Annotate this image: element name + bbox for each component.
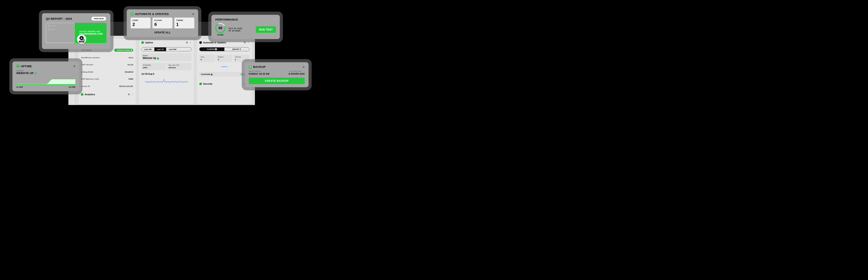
core-value: 0 xyxy=(200,58,214,61)
uptime-title: Uptime xyxy=(145,41,153,44)
core-label: Core xyxy=(200,56,214,58)
uptime-status-value: WEBSITE UP xyxy=(17,72,34,75)
wp-version-label: WordPress Version xyxy=(81,56,100,59)
info-icon[interactable]: ? xyxy=(211,74,213,76)
up-arrow-icon: ↑ xyxy=(116,49,116,51)
resp-time-label: Avg. resp. time xyxy=(168,64,190,66)
gear-icon[interactable]: ⚙ xyxy=(274,18,276,21)
analytics-icon xyxy=(81,93,84,96)
uptime-icon xyxy=(141,41,144,44)
performance-card: PERFORMANCE ⚙ 89 SCORE OCT 20, 2024 AT 1… xyxy=(211,15,280,39)
security-title: Security xyxy=(203,83,212,85)
report-title: Q2 REPORT - 2024 xyxy=(46,17,72,20)
availability-value: 100% xyxy=(143,66,164,69)
axis-start: 15 SEP xyxy=(17,86,23,88)
themes-label: Themes xyxy=(235,56,248,58)
uptime-range-tabs[interactable]: Last 24h Last 7d Last 30d xyxy=(141,47,191,51)
update-all-button[interactable]: UPDATE ALL xyxy=(131,30,194,34)
backup-title: BACKUP xyxy=(253,65,266,69)
tab-last-24h[interactable]: Last 24h xyxy=(142,48,154,51)
uptime-panel: Uptime ⚙ ⋮ Last 24h Last 7d Last 30d Sta… xyxy=(139,39,194,104)
site-health-value: Website Healthy xyxy=(117,49,130,51)
site-health-pill[interactable]: ↑ Website Healthy › xyxy=(114,49,133,52)
wp-version-value: 6.6.1 xyxy=(129,56,133,59)
font-icon[interactable]: A xyxy=(48,28,49,31)
core-count-label: CORE xyxy=(132,19,149,21)
perf-date: OCT 20, 2024 xyxy=(228,27,242,30)
font-label: FONT xyxy=(50,28,55,30)
plus-icon[interactable]: + xyxy=(83,39,85,41)
axis-end: 15 FEB xyxy=(69,86,75,88)
chevron-right-icon: › xyxy=(131,49,132,51)
debug-mode-label: Debug Mode xyxy=(81,71,93,73)
perf-time: AT 12:15am xyxy=(228,29,242,32)
tab-last-30d[interactable]: Last 30d xyxy=(166,48,179,51)
server-ip-label: Server IP xyxy=(81,85,90,87)
ignored-count: 0 xyxy=(239,48,242,50)
uptime-range: Jul 30-Aug 6 xyxy=(141,73,191,75)
php-version-label: PHP Version xyxy=(81,63,93,66)
gear-icon[interactable]: ⚙ xyxy=(303,65,305,68)
uptime-icon xyxy=(17,65,20,68)
updates-filter-tabs[interactable]: Available4 Ignored0 xyxy=(199,47,250,51)
uptime-card-title: UPTIME xyxy=(21,64,32,68)
hex-value: #FFFFF xyxy=(51,25,57,27)
up-arrow-icon: ↑ xyxy=(157,57,159,59)
last-backup-label: LAST BACKUP xyxy=(289,71,305,73)
score-value: 89 xyxy=(218,26,222,30)
uptime-sparkline xyxy=(141,77,191,86)
security-icon xyxy=(199,83,202,85)
uptime-status-label: Status xyxy=(143,55,190,57)
score-ring: 89 xyxy=(214,22,227,34)
kebab-icon[interactable]: ⋮ xyxy=(131,93,134,95)
theme-count-value: 1 xyxy=(176,22,192,27)
report-card: Q2 REPORT - 2024 PREVIEW #FFFFF A FONT A… xyxy=(42,13,111,49)
gear-icon[interactable]: ⚙ xyxy=(192,13,194,15)
gear-icon[interactable]: ⚙ xyxy=(186,41,188,44)
brand-settings-box[interactable]: #FFFFF A FONT xyxy=(46,23,74,43)
analytics-title: Analytics xyxy=(85,93,95,96)
automate-icon xyxy=(131,12,134,16)
tab-last-7d[interactable]: Last 7d xyxy=(154,48,166,51)
automate-row-label: Automate xyxy=(201,73,210,75)
mem-limit-label: PHP Memory Limit xyxy=(81,78,99,80)
preview-button[interactable]: PREVIEW xyxy=(91,17,106,21)
available-count: 4 xyxy=(215,48,217,50)
uptime-card: UPTIME ⚙ STATUS WEBSITE UP ↑ 15 SEP 15 F… xyxy=(12,61,80,91)
uptime-status-value: Website Up ↑ xyxy=(143,57,190,59)
plugins-value: 3 xyxy=(218,58,231,61)
plugin-count-label: PLUGIN xyxy=(154,19,170,21)
plugin-count-value: 6 xyxy=(154,22,170,27)
perf-timestamp: OCT 20, 2024 AT 12:15am xyxy=(228,27,242,32)
automate-card-title: AUTOMATE & UPDATES xyxy=(135,12,169,16)
performance-title: PERFORMANCE xyxy=(215,18,238,21)
report-banner-sub: ACTIVITY REPORT FOR xyxy=(79,30,105,33)
gear-icon[interactable]: ⚙ xyxy=(128,93,130,95)
uptime-chart xyxy=(17,76,75,85)
score-label: SCORE xyxy=(215,34,225,36)
automate-icon xyxy=(199,41,202,44)
server-ip-value: 35.212.110.197 xyxy=(119,85,133,87)
core-count-box[interactable]: CORE 2 xyxy=(131,18,151,28)
plugins-label: Plugins xyxy=(218,56,231,58)
resp-time-value: 160.5ms xyxy=(168,66,190,69)
gear-icon[interactable]: ⚙ xyxy=(73,65,75,67)
color-swatch-icon[interactable] xyxy=(48,25,50,27)
theme-count-label: THEME xyxy=(176,19,192,21)
backup-icon xyxy=(249,65,252,68)
tab-available[interactable]: Available4 xyxy=(199,48,224,51)
core-count-value: 2 xyxy=(132,22,149,27)
create-backup-button[interactable]: CREATE BACKUP xyxy=(249,78,305,84)
theme-count-box[interactable]: THEME 1 xyxy=(174,18,194,28)
plugin-count-box[interactable]: PLUGIN 6 xyxy=(152,18,172,28)
availability-label: Availability xyxy=(143,64,164,66)
up-arrow-icon: ↑ xyxy=(35,72,37,74)
kebab-icon[interactable]: ⋮ xyxy=(189,41,192,44)
uptime-status-label: STATUS xyxy=(17,70,75,72)
logo-uploader[interactable]: ☯ + LOGO xyxy=(77,34,86,44)
last-backup-value: 8 HOURS AGO xyxy=(289,73,305,75)
run-test-button[interactable]: RUN TEST xyxy=(256,26,276,33)
tab-ignored[interactable]: Ignored0 xyxy=(224,48,249,51)
next-check-label: NEXT CHECK xyxy=(249,71,270,73)
debug-mode-value: Disabled xyxy=(125,71,133,73)
